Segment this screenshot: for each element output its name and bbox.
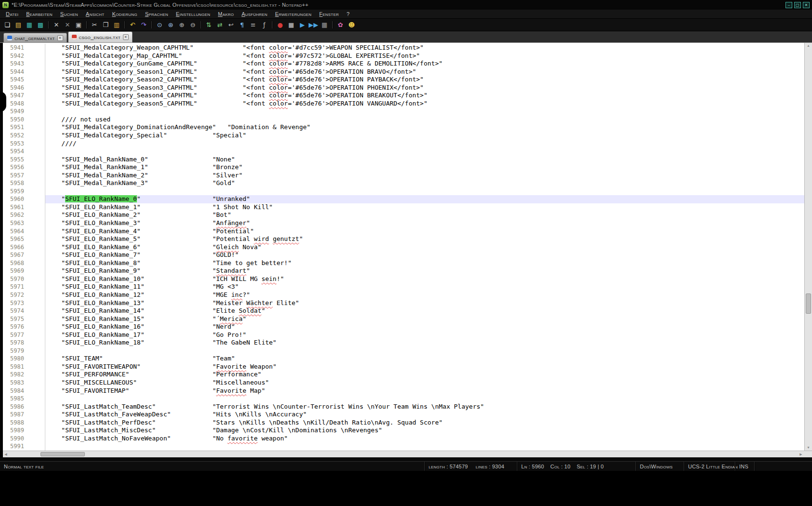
plugin-icon-1[interactable]: ✿ [335,20,346,30]
line-number[interactable]: 5956 [3,163,29,172]
line-number[interactable]: 5986 [3,403,29,411]
menu-datei[interactable]: Datei [2,10,22,18]
editor-line[interactable]: 5962 "SFUI_ELO_RankName_2" "Bot" [3,211,804,219]
minimize-button[interactable]: – [785,2,792,8]
line-number[interactable]: 5944 [3,68,29,76]
editor-line[interactable]: 5947 "SFUI_MedalCategory_Season4_CAPHTML… [3,92,804,100]
editor-line[interactable]: 5952 "SFUI_MedalCategory_Special" "Speci… [3,132,804,140]
maximize-button[interactable]: ▢ [794,2,801,8]
line-number[interactable]: 5963 [3,219,29,227]
menu-fenster[interactable]: Fenster [315,10,343,18]
editor-line[interactable]: 5981 "SFUI_FAVORITEWEAPON" "Favorite Wea… [3,363,804,371]
line-number[interactable]: 5945 [3,76,29,84]
print-icon[interactable]: ▣ [73,20,84,30]
line-number[interactable]: 5960 [3,195,29,203]
line-number[interactable]: 5974 [3,307,29,315]
line-number[interactable]: 5948 [3,100,29,108]
editor-line[interactable]: 5969 "SFUI_ELO_RankName_9" "Standart" [3,267,804,275]
line-number[interactable]: 5966 [3,243,29,252]
line-number[interactable]: 5955 [3,156,29,164]
sync-horizontal-scroll-icon[interactable]: ⇄ [215,20,225,30]
menu-suchen[interactable]: Suchen [56,10,82,18]
scroll-down-arrow-icon[interactable]: ▼ [805,445,812,451]
line-number[interactable]: 5951 [3,123,29,132]
tab-csgo_english.txt[interactable]: csgo_english.txt✕ [68,31,133,42]
open-file-icon[interactable]: ▤ [13,20,24,30]
close-all-icon[interactable]: ✕ [62,20,73,30]
editor-line[interactable]: 5959 [3,187,804,196]
zoom-out-icon[interactable]: ⊖ [188,20,198,30]
title-bar[interactable]: N *E:\Programme\Steam\SteamApps\common\C… [0,0,812,10]
line-number[interactable]: 5979 [3,347,29,355]
editor-line[interactable]: 5985 [3,395,804,403]
line-number[interactable]: 5967 [3,251,29,259]
line-number[interactable]: 5991 [3,442,29,451]
tab-close-icon[interactable]: ✕ [57,35,63,41]
vertical-scrollbar-thumb[interactable] [806,293,811,314]
editor-line[interactable]: 5957 "SFUI_Medal_RankName_2" "Silver" [3,172,804,180]
editor-line[interactable]: 5945 "SFUI_MedalCategory_Season2_CAPHTML… [3,76,804,84]
editor-line[interactable]: 5989 "SFUI_LastMatch_MiscDesc" "Damage \… [3,426,804,435]
record-macro-icon[interactable]: ● [275,20,285,30]
editor-line[interactable]: 5968 "SFUI_ELO_RankName_8" "Time to get … [3,259,804,267]
editor-line[interactable]: 5977 "SFUI_ELO_RankName_17" "Go Pro!" [3,331,804,339]
vertical-scrollbar[interactable]: ▲ ▼ [804,43,812,451]
word-wrap-icon[interactable]: ↩ [226,20,236,30]
menu-sprachen[interactable]: Sprachen [141,10,172,18]
editor-line[interactable]: 5964 "SFUI_ELO_RankName_4" "Potential" [3,227,804,236]
horizontal-scrollbar[interactable]: ◀ ▶ [3,451,812,457]
line-number[interactable]: 5959 [3,187,29,196]
editor-line[interactable]: 5990 "SFUI_LastMatch_NoFaveWeapon" "No f… [3,435,804,443]
line-number[interactable]: 5990 [3,435,29,443]
find-icon[interactable]: ⊙ [154,20,165,30]
line-number[interactable]: 5978 [3,339,29,347]
horizontal-scrollbar-thumb[interactable] [41,452,85,456]
sync-vertical-scroll-icon[interactable]: ⇅ [203,20,214,30]
line-number[interactable]: 5946 [3,84,29,92]
line-number[interactable]: 5958 [3,179,29,187]
editor-line[interactable]: 5970 "SFUI_ELO_RankName_10" "ICH WILL MG… [3,275,804,283]
redo-icon[interactable]: ↷ [138,20,149,30]
line-number[interactable]: 5942 [3,52,29,60]
save-icon[interactable]: ▦ [24,20,35,30]
line-number[interactable]: 5947 [3,92,29,100]
line-number[interactable]: 5949 [3,107,29,116]
run-macro-multiple-icon[interactable]: ▶▶ [308,20,319,30]
line-number[interactable]: 5987 [3,411,29,419]
line-number[interactable]: 5971 [3,283,29,291]
line-number[interactable]: 5977 [3,331,29,339]
line-number[interactable]: 5973 [3,299,29,307]
editor-line[interactable]: 5958 "SFUI_Medal_RankName_3" "Gold" [3,179,804,187]
editor-line[interactable]: 5961 "SFUI_ELO_RankName_1" "1 Shot No Ki… [3,203,804,212]
editor-line[interactable]: 5976 "SFUI_ELO_RankName_16" "Nerd" [3,323,804,331]
editor-line[interactable]: 5987 "SFUI_LastMatch_FaveWeapDesc" "Hits… [3,411,804,419]
line-number[interactable]: 5983 [3,379,29,387]
editor-line[interactable]: 5980 "SFUI_TEAM" "Team" [3,355,804,363]
editor-line[interactable]: 5966 "SFUI_ELO_RankName_6" "Gleich Nova" [3,243,804,252]
line-number[interactable]: 5982 [3,371,29,379]
line-number[interactable]: 5965 [3,235,29,243]
tab-close-icon[interactable]: ✕ [123,34,129,40]
menu-erweiterungen[interactable]: Erweiterungen [271,10,315,18]
line-number[interactable]: 5972 [3,291,29,299]
line-number[interactable]: 5952 [3,132,29,140]
editor-line[interactable]: 5960 "SFUI_ELO_RankName_0" "Unranked" [3,195,804,203]
line-number[interactable]: 5968 [3,259,29,267]
line-number[interactable]: 5985 [3,395,29,403]
editor-line[interactable]: 5950 //// not used [3,116,804,124]
save-all-icon[interactable]: ▩ [35,20,46,30]
editor-line[interactable]: 5951 "SFUI_MedalCategory_DominationAndRe… [3,123,804,132]
menu-help[interactable]: ? [343,10,353,18]
editor-line[interactable]: 5954 [3,147,804,156]
scroll-right-arrow-icon[interactable]: ▶ [798,451,804,457]
menu-einstellungen[interactable]: Einstellungen [172,10,214,18]
line-number[interactable]: 5970 [3,275,29,283]
line-number[interactable]: 5962 [3,211,29,219]
editor-line[interactable]: 5982 "SFUI_PERFORMANCE" "Performance" [3,371,804,379]
editor-line[interactable]: 5984 "SFUI_FAVORITEMAP" "Favorite Map" [3,387,804,395]
line-number[interactable]: 5989 [3,426,29,435]
tab-chat_german.txt[interactable]: chat_german.txt✕ [3,33,67,42]
editor-line[interactable]: 5965 "SFUI_ELO_RankName_5" "Potential wi… [3,235,804,243]
menu-ausfuehren[interactable]: Ausführen [238,10,271,18]
line-number[interactable]: 5980 [3,355,29,363]
